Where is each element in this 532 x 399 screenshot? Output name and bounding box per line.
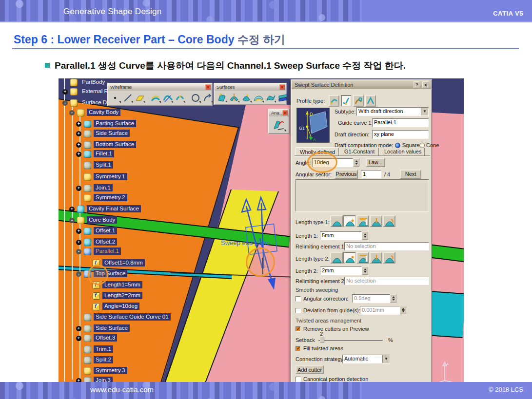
plane-icon[interactable]	[135, 93, 145, 103]
angular-correction-spinner[interactable]	[390, 294, 396, 303]
length-type2-from-extremum-icon[interactable]	[356, 252, 369, 264]
connection-strategy-dropdown[interactable]: Automatic▼	[342, 355, 390, 363]
deviation-input[interactable]: 0.001mm	[360, 306, 400, 315]
combine-curve-icon[interactable]	[162, 93, 173, 103]
profile-line-icon[interactable]	[341, 95, 352, 107]
fill-surface-icon[interactable]	[277, 92, 288, 103]
expand-plus-icon[interactable]: +	[76, 228, 81, 234]
expand-minus-icon[interactable]: -	[69, 110, 75, 115]
tree-trunk-line	[72, 107, 73, 380]
expand-minus-icon[interactable]: -	[76, 271, 81, 277]
expand-plus-icon[interactable]: +	[76, 186, 81, 191]
expand-plus-icon[interactable]: +	[62, 89, 68, 95]
tree-item-icon	[84, 357, 91, 364]
line-icon[interactable]	[122, 93, 133, 103]
expand-minus-icon[interactable]: -	[69, 218, 75, 223]
dialog-title[interactable]: Swept Surface Definition	[292, 80, 431, 89]
tab-location-values[interactable]: Location values	[380, 147, 425, 156]
reflect-line-icon[interactable]	[175, 93, 185, 103]
subtype-label: Subtype:	[335, 109, 355, 114]
setback-slider-track[interactable]	[318, 340, 383, 341]
close-icon[interactable]: x	[422, 81, 429, 88]
length-type1-along-surface-icon[interactable]	[383, 215, 395, 227]
page-title: Step 6 : Lower Receiver Part – Core Body…	[14, 32, 285, 47]
expand-plus-icon[interactable]: +	[76, 240, 81, 245]
add-cutter-button[interactable]: Add cutter	[296, 365, 324, 374]
profile-explicit-icon[interactable]	[329, 95, 339, 107]
projection-curve-icon[interactable]	[150, 93, 161, 103]
connect-checker-icon[interactable]	[272, 118, 286, 132]
guide-curve-input[interactable]: Parallel.1	[372, 118, 429, 127]
angular-correction-checkbox[interactable]	[296, 296, 301, 302]
length-type1-standard-icon[interactable]	[330, 215, 343, 227]
close-icon[interactable]: x	[279, 84, 285, 90]
help-icon[interactable]: ?	[414, 81, 420, 88]
smooth-sweeping-section: Smooth sweeping	[296, 287, 338, 293]
length-type2-standard-icon[interactable]	[330, 252, 343, 264]
length-type2-from-curve-icon[interactable]	[343, 252, 356, 264]
extrude-surface-icon[interactable]	[217, 92, 227, 103]
expand-plus-icon[interactable]: +	[76, 326, 81, 331]
footer-site-link[interactable]: www.edu-catia.com	[90, 385, 154, 394]
circle-icon[interactable]	[190, 93, 201, 103]
surfaces-toolbar-title[interactable]: Surfaces	[215, 84, 286, 91]
length1-spinner[interactable]	[362, 231, 368, 240]
deviation-spinner[interactable]	[400, 306, 406, 314]
setback-slider-thumb[interactable]	[320, 337, 324, 343]
profile-conic-icon[interactable]	[365, 95, 376, 107]
expand-plus-icon[interactable]: +	[76, 131, 81, 136]
length-type1-from-inside-icon[interactable]	[370, 215, 382, 227]
close-icon[interactable]: x	[282, 110, 288, 115]
expand-plus-icon[interactable]: +	[76, 142, 81, 148]
deviation-checkbox[interactable]	[296, 308, 301, 313]
offset-surface-icon[interactable]	[253, 92, 264, 103]
sector-index-input[interactable]: 1	[361, 170, 381, 178]
next-button[interactable]: Next	[400, 170, 421, 179]
tab-g1-constant[interactable]: G1-Constant	[340, 147, 378, 156]
expand-plus-icon[interactable]: +	[76, 336, 81, 341]
law-button[interactable]: Law...	[366, 158, 385, 167]
length2-input[interactable]: 2mm	[320, 266, 362, 275]
revolve-surface-icon[interactable]	[229, 92, 239, 103]
corner-icon[interactable]	[202, 93, 213, 103]
expand-plus-icon[interactable]: +	[69, 207, 75, 212]
length2-spinner[interactable]	[362, 266, 368, 275]
length-type2-from-inside-icon[interactable]	[370, 252, 382, 264]
canonical-checkbox[interactable]	[296, 377, 301, 382]
tree-item-icon	[70, 79, 78, 86]
draft-direction-label: Draft direction:	[335, 132, 370, 137]
close-icon[interactable]: x	[205, 84, 211, 90]
remove-cutters-checkbox[interactable]	[296, 326, 301, 332]
wireframe-toolbar-title[interactable]: Wireframe	[108, 84, 212, 91]
relimit2-input[interactable]: No selection	[344, 277, 429, 285]
profile-type-label: Profile type:	[296, 98, 325, 104]
angle-spinner[interactable]	[353, 158, 359, 167]
chevron-down-icon[interactable]: ▼	[421, 108, 428, 115]
length-type1-from-curve-icon[interactable]	[343, 215, 356, 227]
slide: Generative Shape Design CATIA V5 Step 6 …	[0, 0, 532, 399]
expand-minus-icon[interactable]: -	[62, 100, 68, 106]
tree-item-icon	[84, 335, 91, 342]
point-icon[interactable]	[110, 93, 121, 103]
previous-button[interactable]: Previous	[335, 170, 358, 179]
length-type1-from-extremum-icon[interactable]	[356, 215, 369, 227]
profile-circle-icon[interactable]	[353, 95, 364, 107]
swept-surface-dialog: Swept Surface Definition ? x Profile typ…	[291, 79, 432, 385]
expand-minus-icon[interactable]: -	[76, 249, 81, 254]
bullet-square-icon	[45, 63, 50, 68]
tree-item-icon	[84, 120, 91, 128]
subtype-dropdown[interactable]: With draft direction▼	[356, 107, 429, 116]
expand-plus-icon[interactable]: +	[76, 152, 81, 157]
length-type2-along-surface-icon[interactable]	[383, 252, 395, 264]
draft-direction-input[interactable]: xy plane	[372, 130, 429, 139]
fill-twisted-checkbox[interactable]	[296, 346, 301, 351]
length1-input[interactable]: 5mm	[320, 231, 362, 240]
sweep-surface-icon[interactable]	[265, 92, 276, 103]
relimit1-input[interactable]: No selection	[344, 242, 429, 250]
expand-plus-icon[interactable]: +	[76, 121, 81, 127]
angular-correction-input[interactable]: 0.5deg	[352, 294, 390, 303]
page-title-ko: 수정 하기	[235, 33, 286, 46]
annotation-circle-top-surface	[88, 265, 108, 285]
sphere-surface-icon[interactable]	[241, 92, 252, 103]
chevron-down-icon[interactable]: ▼	[382, 355, 390, 363]
